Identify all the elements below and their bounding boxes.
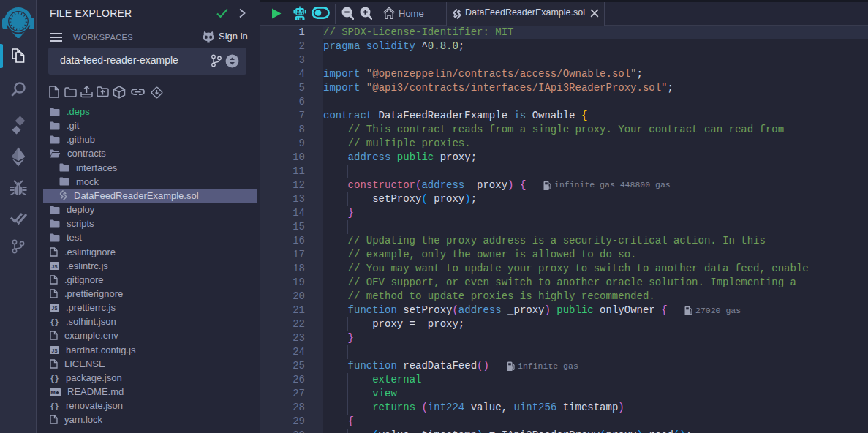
svg-text:JS: JS: [52, 348, 59, 353]
svg-text:JS: JS: [52, 306, 59, 311]
svg-text:M: M: [50, 389, 56, 396]
svg-text:JS: JS: [52, 264, 59, 269]
svg-text:{}: {}: [50, 403, 59, 411]
svg-text:{}: {}: [50, 374, 59, 383]
svg-text:{}: {}: [50, 319, 59, 327]
